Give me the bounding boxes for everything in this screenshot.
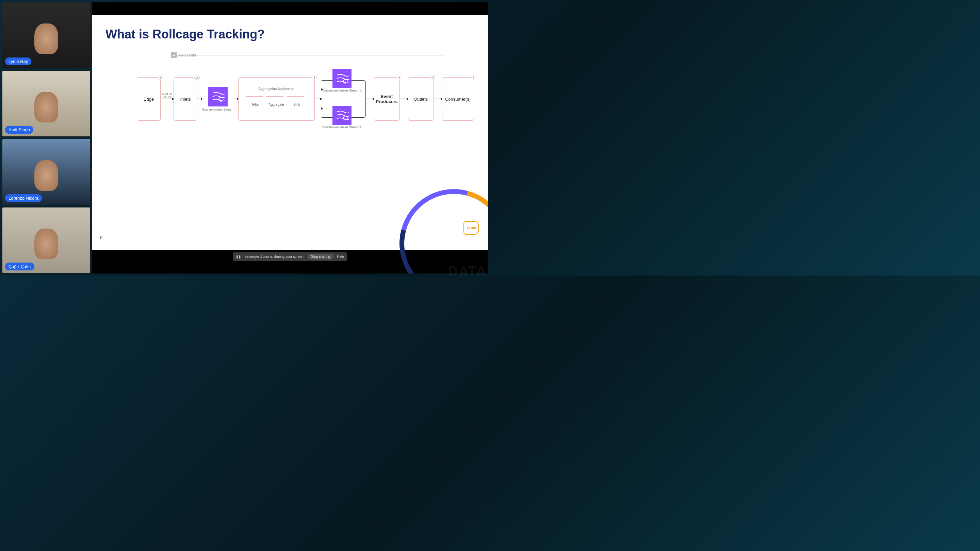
edge-box: Edge 1 bbox=[137, 77, 161, 121]
kinesis-icon bbox=[208, 87, 228, 106]
main-presentation-area: What is Rollcage Tracking? ☁ AWS Cloud E… bbox=[92, 0, 490, 275]
participant-name-tag: Lydia Ray bbox=[5, 57, 31, 65]
filter-stage: Filter bbox=[246, 96, 266, 113]
box-number: 5 bbox=[431, 75, 436, 80]
share-message: streamyard.com is sharing your screen. bbox=[245, 255, 304, 259]
hide-button[interactable]: Hide bbox=[337, 255, 344, 259]
aggregate-stage: Aggregate bbox=[266, 96, 286, 113]
aws-cloud-icon: ☁ bbox=[171, 52, 177, 58]
kinesis-icon bbox=[332, 106, 352, 125]
box-label: Edge bbox=[143, 97, 154, 102]
participant-tile[interactable]: Çağrı Çakır bbox=[2, 207, 91, 273]
screen-share-notification: ❚❚ streamyard.com is sharing your screen… bbox=[233, 252, 347, 261]
consumers-box: Consumer(s) 6 bbox=[442, 77, 474, 121]
box-number: 6 bbox=[471, 75, 476, 80]
participant-name-tag: Lorenzo Nicora bbox=[5, 194, 42, 202]
slide-page-number: 6 bbox=[100, 235, 102, 240]
box-number: 4 bbox=[397, 75, 402, 80]
box-label: Event Producers bbox=[375, 94, 398, 104]
background-watermark: DATA bbox=[448, 264, 487, 275]
participant-tile[interactable]: Lydia Ray bbox=[2, 2, 91, 68]
source-kinesis-stream: Source Kinesis Stream bbox=[202, 87, 234, 111]
box-label: Outlets bbox=[414, 97, 428, 102]
destination-streams: Destination Kinesis Stream 1 Destination… bbox=[321, 80, 366, 118]
aggregation-box: Aggregation Application Filter Aggregate… bbox=[238, 77, 315, 121]
arrow-icon bbox=[321, 107, 323, 110]
slide-content: What is Rollcage Tracking? ☁ AWS Cloud E… bbox=[92, 15, 488, 250]
box-label: Inlets bbox=[180, 97, 191, 102]
arrow-icon bbox=[234, 98, 238, 99]
aws-cloud-label: AWS Cloud bbox=[178, 53, 196, 57]
box-label: Consumer(s) bbox=[445, 97, 471, 102]
kinesis-label: Destination Kinesis Stream 2 bbox=[322, 125, 362, 129]
event-producers-box: Event Producers 4 bbox=[374, 77, 400, 121]
arrow-icon bbox=[400, 98, 408, 99]
kinesis-label: Destination Kinesis Stream 1 bbox=[322, 89, 362, 92]
pause-icon: ❚❚ bbox=[236, 255, 241, 259]
arrow-icon bbox=[321, 88, 323, 91]
postnl-logo: postnl bbox=[463, 221, 479, 235]
arrow-icon bbox=[315, 98, 321, 99]
box-number: 2 bbox=[194, 75, 200, 80]
participant-tile[interactable]: Lorenzo Nicora bbox=[2, 139, 91, 205]
shared-screen[interactable]: What is Rollcage Tracking? ☁ AWS Cloud E… bbox=[92, 2, 488, 273]
arrow-icon bbox=[366, 98, 374, 99]
kinesis-label: Source Kinesis Stream bbox=[202, 108, 234, 111]
inlets-box: Inlets 2 bbox=[173, 77, 197, 121]
arrow-icon bbox=[434, 98, 442, 99]
arrow-icon bbox=[197, 98, 202, 99]
architecture-diagram: ☁ AWS Cloud Edge 1 MQTTS HTTPS bbox=[137, 55, 443, 157]
arrow-icon: MQTTS HTTPS bbox=[161, 98, 173, 99]
box-number: 3 bbox=[312, 75, 317, 80]
participant-name-tag: Amit Singh bbox=[5, 126, 33, 134]
aggregation-title: Aggregation Application bbox=[259, 87, 294, 91]
box-number: 1 bbox=[158, 75, 163, 80]
participant-sidebar: Lydia Ray Amit Singh Lorenzo Nicora Çağr… bbox=[0, 0, 92, 275]
stop-sharing-button[interactable]: Stop sharing bbox=[308, 254, 334, 259]
letterbox-top bbox=[92, 2, 488, 15]
sink-stage: Sink bbox=[286, 96, 307, 113]
kinesis-icon bbox=[332, 69, 352, 88]
participant-tile[interactable]: Amit Singh bbox=[2, 70, 91, 137]
participant-name-tag: Çağrı Çakır bbox=[5, 263, 34, 270]
slide-title: What is Rollcage Tracking? bbox=[105, 27, 474, 41]
protocol-label: MQTTS HTTPS bbox=[162, 92, 172, 98]
outlets-box: Outlets 5 bbox=[408, 77, 434, 121]
